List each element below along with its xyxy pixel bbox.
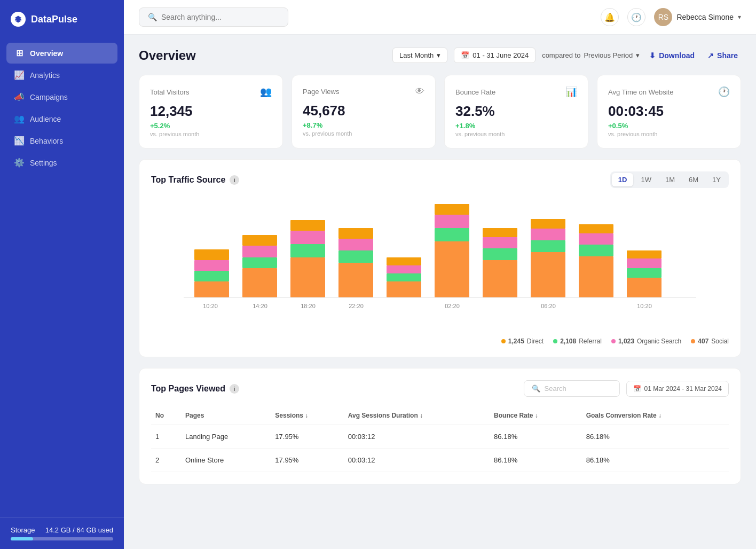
col-conversion[interactable]: Goals Conversion Rate ↓	[582, 406, 729, 425]
svg-rect-7	[242, 235, 277, 246]
svg-rect-28	[531, 252, 565, 297]
stat-card-pageviews: Page Views 👁 45,678 +8.7% vs. previous m…	[292, 75, 436, 148]
col-no: No	[151, 406, 181, 425]
date-picker[interactable]: 📅 01 - 31 June 2024	[454, 48, 536, 63]
table-date-range[interactable]: 📅 01 Mar 2024 - 31 Mar 2024	[626, 381, 729, 397]
stat-sub-avgtime: vs. previous month	[608, 131, 730, 137]
svg-text:10:20: 10:20	[637, 303, 652, 309]
content-area: Overview Last Month ▾ 📅 01 - 31 June 202…	[124, 35, 756, 549]
referral-dot	[553, 339, 557, 343]
cell-duration-2: 00:03:12	[344, 449, 490, 472]
stat-sub-visitors: vs. previous month	[150, 131, 272, 137]
svg-rect-21	[435, 228, 469, 241]
main-area: 🔍 🔔 🕐 RS Rebecca Simone ▾ Overview Last …	[124, 0, 756, 549]
logo-icon	[11, 12, 26, 27]
storage-bar	[11, 537, 113, 540]
clock-button[interactable]: 🕐	[627, 8, 645, 26]
sidebar-item-campaigns[interactable]: 📣 Campaigns	[6, 87, 117, 107]
analytics-icon: 📈	[14, 70, 25, 80]
settings-icon: ⚙️	[14, 158, 25, 168]
time-filter-1y[interactable]: 1Y	[706, 173, 727, 186]
search-box[interactable]: 🔍	[139, 7, 288, 27]
svg-rect-11	[290, 220, 325, 231]
svg-rect-19	[387, 257, 421, 265]
stat-sub-pageviews: vs. previous month	[303, 130, 424, 137]
pageviews-icon: 👁	[415, 86, 424, 97]
date-range-filter[interactable]: Last Month ▾	[392, 48, 447, 63]
col-avg-duration[interactable]: Avg Sessions Duration ↓	[344, 406, 490, 425]
table-info-icon[interactable]: i	[230, 384, 239, 394]
cell-conversion-1: 86.18%	[582, 425, 729, 449]
table-search-icon: 🔍	[532, 385, 540, 393]
sidebar-item-behaviors[interactable]: 📉 Behaviors	[6, 130, 117, 151]
time-filter-1m[interactable]: 1M	[659, 173, 681, 186]
svg-rect-35	[579, 224, 613, 233]
cell-no-1: 1	[151, 425, 181, 449]
cell-page-2: Online Store	[181, 449, 271, 472]
header: 🔍 🔔 🕐 RS Rebecca Simone ▾	[124, 0, 756, 35]
user-menu[interactable]: RS Rebecca Simone ▾	[654, 8, 741, 26]
svg-rect-29	[531, 240, 565, 252]
direct-dot	[501, 339, 506, 343]
clock-icon: 🕐	[631, 12, 642, 22]
chevron-down-icon: ▾	[437, 51, 440, 59]
page-controls: Last Month ▾ 📅 01 - 31 June 2024 compare…	[392, 48, 741, 63]
legend-social: 407 Social	[691, 338, 729, 345]
table-row: 2 Online Store 17.95% 00:03:12 86.18% 86…	[151, 449, 729, 472]
chevron-down-icon: ▾	[636, 51, 640, 59]
header-right: 🔔 🕐 RS Rebecca Simone ▾	[601, 8, 741, 26]
cell-page-1: Landing Page	[181, 425, 271, 449]
chevron-down-icon: ▾	[738, 13, 741, 21]
overview-icon: ⊞	[14, 48, 25, 58]
stat-label-bounce: Bounce Rate	[455, 88, 495, 96]
sidebar: DataPulse ⊞ Overview 📈 Analytics 📣 Campa…	[0, 0, 124, 549]
svg-rect-13	[338, 250, 373, 263]
stat-value-pageviews: 45,678	[303, 103, 424, 119]
svg-rect-10	[290, 231, 325, 244]
traffic-source-chart-card: Top Traffic Source i 1D 1W 1M 6M 1Y	[139, 159, 741, 357]
chart-info-icon[interactable]: i	[230, 175, 239, 185]
share-button[interactable]: ↗ Share	[704, 49, 741, 62]
col-sessions[interactable]: Sessions ↓	[271, 406, 343, 425]
sidebar-item-analytics[interactable]: 📈 Analytics	[6, 65, 117, 85]
legend-referral: 2,108 Referral	[553, 338, 602, 345]
table-row: 1 Landing Page 17.95% 00:03:12 86.18% 86…	[151, 425, 729, 449]
sidebar-item-settings[interactable]: ⚙️ Settings	[6, 152, 117, 173]
svg-text:06:20: 06:20	[541, 303, 556, 309]
stat-change-visitors: +5.2%	[150, 122, 272, 130]
notification-bell-button[interactable]: 🔔	[601, 8, 619, 26]
col-pages: Pages	[181, 406, 271, 425]
svg-rect-15	[338, 228, 373, 239]
legend-organic: 1,023 Organic Search	[611, 338, 681, 345]
table-search-box[interactable]: 🔍 Search	[524, 380, 620, 397]
svg-rect-32	[579, 256, 613, 297]
chart-header: Top Traffic Source i 1D 1W 1M 6M 1Y	[151, 171, 729, 188]
svg-text:14:20: 14:20	[253, 303, 267, 309]
bell-icon: 🔔	[604, 12, 615, 22]
sidebar-item-audience[interactable]: 👥 Audience	[6, 108, 117, 129]
svg-text:02:20: 02:20	[445, 303, 460, 309]
svg-rect-18	[387, 265, 421, 273]
stat-sub-bounce: vs. previous month	[455, 131, 577, 137]
storage-size: 14.2 GB / 64 GB used	[45, 526, 113, 534]
sidebar-item-overview[interactable]: ⊞ Overview	[6, 43, 117, 64]
svg-rect-4	[242, 268, 277, 297]
stat-card-bounce: Bounce Rate 📊 32.5% +1.8% vs. previous m…	[444, 75, 588, 148]
time-filter-6m[interactable]: 6M	[682, 173, 705, 186]
search-input[interactable]	[161, 13, 279, 21]
organic-dot	[611, 339, 616, 343]
time-filter-1d[interactable]: 1D	[612, 173, 634, 186]
avgtime-icon: 🕐	[718, 86, 730, 98]
app-logo: DataPulse	[0, 0, 124, 38]
download-button[interactable]: ⬇ Download	[646, 49, 698, 62]
svg-rect-22	[435, 215, 469, 228]
col-bounce[interactable]: Bounce Rate ↓	[490, 406, 582, 425]
campaigns-icon: 📣	[14, 92, 25, 102]
cell-duration-1: 00:03:12	[344, 425, 490, 449]
svg-rect-39	[627, 250, 662, 258]
time-filter-1w[interactable]: 1W	[634, 173, 658, 186]
svg-rect-37	[627, 268, 662, 278]
chart-title: Top Traffic Source i	[151, 175, 239, 185]
compare-filter[interactable]: compared to Previous Period ▾	[542, 51, 640, 59]
cell-bounce-2: 86.18%	[490, 449, 582, 472]
